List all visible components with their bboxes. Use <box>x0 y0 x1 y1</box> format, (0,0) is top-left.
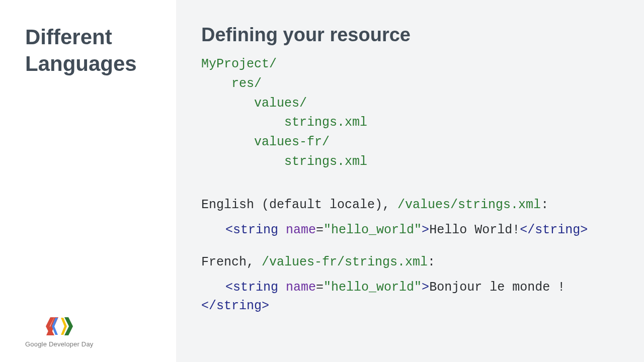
directory-tree: MyProject/ res/ values/ strings.xml valu… <box>201 55 624 172</box>
fr-attr-eq: = <box>316 280 324 295</box>
english-label-prefix: English (default locale), <box>201 198 397 212</box>
english-label: English (default locale), /values/string… <box>201 196 624 214</box>
fr-tag-close: </string> <box>201 299 269 313</box>
english-xml: <string name="hello_world">Hello World!<… <box>201 221 624 239</box>
main-content: Defining your resource MyProject/ res/ v… <box>176 0 644 362</box>
french-label-suffix: : <box>428 255 435 269</box>
en-attr-val: "hello_world" <box>324 223 422 237</box>
sidebar-title-line2: Languages <box>25 52 137 75</box>
sidebar: Different Languages Google Developer Day <box>0 0 176 362</box>
english-label-suffix: : <box>541 198 548 212</box>
french-label: French, /values-fr/strings.xml: <box>201 253 624 272</box>
logo-block: Google Developer Day <box>25 316 94 348</box>
main-title: Defining your resource <box>201 24 624 46</box>
en-tag-open-lt: < <box>225 223 233 237</box>
english-snippet: English (default locale), /values/string… <box>201 196 624 315</box>
tree-line-1: res/ <box>231 76 262 91</box>
en-tag-close: </string> <box>520 223 588 237</box>
fr-tag-name: string <box>233 280 278 295</box>
fr-tag-open-gt: > <box>422 280 429 295</box>
tree-line-3a: strings.xml <box>284 115 367 130</box>
developer-day-logo-icon <box>44 316 74 336</box>
tree-line-2a: values/ <box>254 96 307 111</box>
english-label-path: /values/strings.xml <box>397 198 541 212</box>
fr-tag-open-lt: < <box>225 280 233 295</box>
fr-content: Bonjour le monde ! <box>429 280 565 295</box>
french-label-prefix: French, <box>201 255 262 269</box>
tree-line-3b: strings.xml <box>284 154 367 169</box>
en-attr-eq: = <box>316 223 324 237</box>
en-tag-name: string <box>233 223 278 237</box>
sidebar-title-line1: Different <box>25 25 112 49</box>
french-xml: <string name="hello_world">Bonjour le mo… <box>201 279 624 315</box>
fr-attr-name: name <box>278 280 316 295</box>
en-content: Hello World! <box>429 223 520 237</box>
en-attr-name: name <box>278 223 316 237</box>
en-tag-open-gt: > <box>422 223 429 237</box>
french-label-path: /values-fr/strings.xml <box>262 255 428 269</box>
sidebar-title: Different Languages <box>25 24 161 77</box>
tree-line-2b: values-fr/ <box>254 135 330 149</box>
fr-attr-val: "hello_world" <box>324 280 422 295</box>
tree-line-0: MyProject/ <box>201 57 277 71</box>
logo-caption: Google Developer Day <box>25 340 94 348</box>
